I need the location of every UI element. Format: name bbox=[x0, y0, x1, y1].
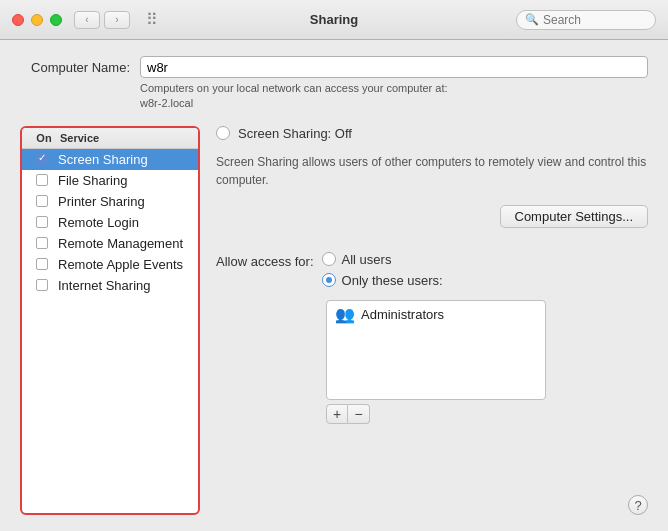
search-input[interactable] bbox=[543, 13, 653, 27]
users-list-container: 👥 Administrators + − bbox=[326, 300, 648, 424]
add-user-button[interactable]: + bbox=[326, 404, 348, 424]
user-item-administrators: 👥 Administrators bbox=[327, 301, 545, 328]
main-content: Computer Name: Computers on your local n… bbox=[0, 40, 668, 531]
screen-sharing-status-row: Screen Sharing: Off bbox=[216, 126, 648, 141]
radio-all-users[interactable]: All users bbox=[322, 252, 443, 267]
computer-name-row: Computer Name: Computers on your local n… bbox=[20, 56, 648, 112]
service-checkbox-internet-sharing bbox=[26, 279, 58, 291]
screen-sharing-desc: Screen Sharing allows users of other com… bbox=[216, 153, 648, 189]
computer-name-label: Computer Name: bbox=[20, 56, 130, 75]
screen-sharing-title: Screen Sharing: Off bbox=[238, 126, 352, 141]
allow-access-label: Allow access for: bbox=[216, 252, 314, 269]
radio-only-these-users[interactable]: Only these users: bbox=[322, 273, 443, 288]
close-button[interactable] bbox=[12, 14, 24, 26]
grid-button[interactable]: ⠿ bbox=[138, 10, 166, 30]
service-checkbox-remote-login bbox=[26, 216, 58, 228]
nav-buttons: ‹ › bbox=[74, 11, 130, 29]
service-item-internet-sharing[interactable]: Internet Sharing bbox=[22, 275, 198, 296]
users-list: 👥 Administrators bbox=[326, 300, 546, 400]
checkbox-unchecked-icon bbox=[36, 216, 48, 228]
service-name-screen-sharing: Screen Sharing bbox=[58, 152, 148, 167]
checkbox-unchecked-icon bbox=[36, 279, 48, 291]
radio-all-users-label: All users bbox=[342, 252, 392, 267]
computer-name-input[interactable] bbox=[140, 56, 648, 78]
service-item-screen-sharing[interactable]: Screen Sharing bbox=[22, 149, 198, 170]
right-panel: Screen Sharing: Off Screen Sharing allow… bbox=[216, 126, 648, 515]
computer-settings-button[interactable]: Computer Settings... bbox=[500, 205, 649, 228]
group-icon: 👥 bbox=[335, 305, 355, 324]
list-controls: + − bbox=[326, 404, 648, 424]
screen-sharing-radio bbox=[216, 126, 230, 140]
radio-only-these-label: Only these users: bbox=[342, 273, 443, 288]
service-item-printer-sharing[interactable]: Printer Sharing bbox=[22, 191, 198, 212]
forward-button[interactable]: › bbox=[104, 11, 130, 29]
service-name-internet-sharing: Internet Sharing bbox=[58, 278, 151, 293]
checkbox-unchecked-icon bbox=[36, 258, 48, 270]
services-header: On Service bbox=[22, 128, 198, 149]
checkbox-unchecked-icon bbox=[36, 174, 48, 186]
service-name-printer-sharing: Printer Sharing bbox=[58, 194, 145, 209]
search-icon: 🔍 bbox=[525, 13, 539, 26]
computer-name-hint: Computers on your local network can acce… bbox=[140, 81, 648, 112]
allow-access-row: Allow access for: All users Only these u… bbox=[216, 252, 648, 288]
search-box[interactable]: 🔍 bbox=[516, 10, 656, 30]
window-title: Sharing bbox=[310, 12, 358, 27]
help-button[interactable]: ? bbox=[628, 495, 648, 515]
radio-all-users-button[interactable] bbox=[322, 252, 336, 266]
bottom-bar: ? bbox=[216, 513, 648, 515]
minimize-button[interactable] bbox=[31, 14, 43, 26]
checkbox-checked-icon bbox=[36, 153, 48, 165]
radio-only-these-button[interactable] bbox=[322, 273, 336, 287]
title-bar: ‹ › ⠿ Sharing 🔍 bbox=[0, 0, 668, 40]
body-row: On Service Screen Sharing File Sharing bbox=[20, 126, 648, 515]
services-list: Screen Sharing File Sharing Printer Shar… bbox=[22, 149, 198, 513]
service-item-remote-login[interactable]: Remote Login bbox=[22, 212, 198, 233]
computer-name-right: Computers on your local network can acce… bbox=[140, 56, 648, 112]
maximize-button[interactable] bbox=[50, 14, 62, 26]
service-item-file-sharing[interactable]: File Sharing bbox=[22, 170, 198, 191]
on-column-header: On bbox=[28, 132, 60, 144]
traffic-lights bbox=[12, 14, 62, 26]
service-name-file-sharing: File Sharing bbox=[58, 173, 127, 188]
checkbox-unchecked-icon bbox=[36, 195, 48, 207]
user-name-administrators: Administrators bbox=[361, 307, 444, 322]
service-checkbox-remote-apple-events bbox=[26, 258, 58, 270]
service-checkbox-remote-management bbox=[26, 237, 58, 249]
service-checkbox-file-sharing bbox=[26, 174, 58, 186]
service-name-remote-apple-events: Remote Apple Events bbox=[58, 257, 183, 272]
service-name-remote-login: Remote Login bbox=[58, 215, 139, 230]
service-name-remote-management: Remote Management bbox=[58, 236, 183, 251]
service-checkbox-screen-sharing bbox=[26, 153, 58, 165]
radio-selected-indicator bbox=[326, 277, 332, 283]
checkbox-unchecked-icon bbox=[36, 237, 48, 249]
services-panel: On Service Screen Sharing File Sharing bbox=[20, 126, 200, 515]
service-item-remote-apple-events[interactable]: Remote Apple Events bbox=[22, 254, 198, 275]
service-item-remote-management[interactable]: Remote Management bbox=[22, 233, 198, 254]
service-column-header: Service bbox=[60, 132, 99, 144]
service-checkbox-printer-sharing bbox=[26, 195, 58, 207]
allow-access-options: All users Only these users: bbox=[322, 252, 443, 288]
back-button[interactable]: ‹ bbox=[74, 11, 100, 29]
remove-user-button[interactable]: − bbox=[348, 404, 370, 424]
